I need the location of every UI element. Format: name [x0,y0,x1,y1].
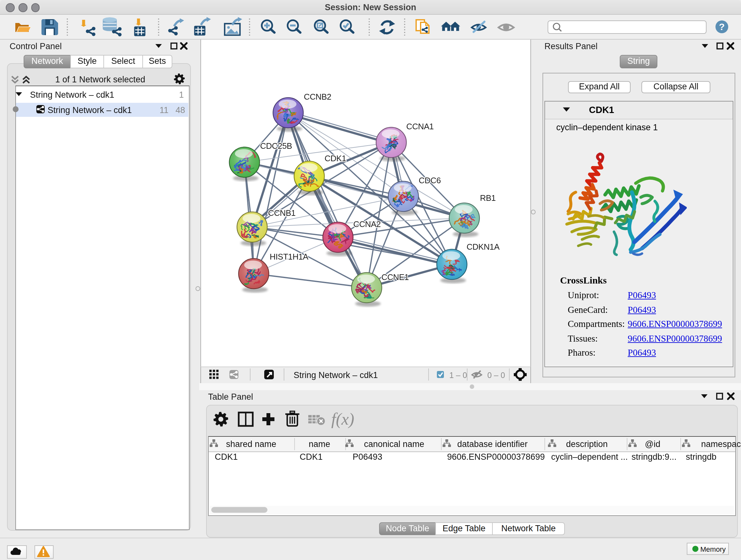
svg-text:?: ? [719,21,725,32]
